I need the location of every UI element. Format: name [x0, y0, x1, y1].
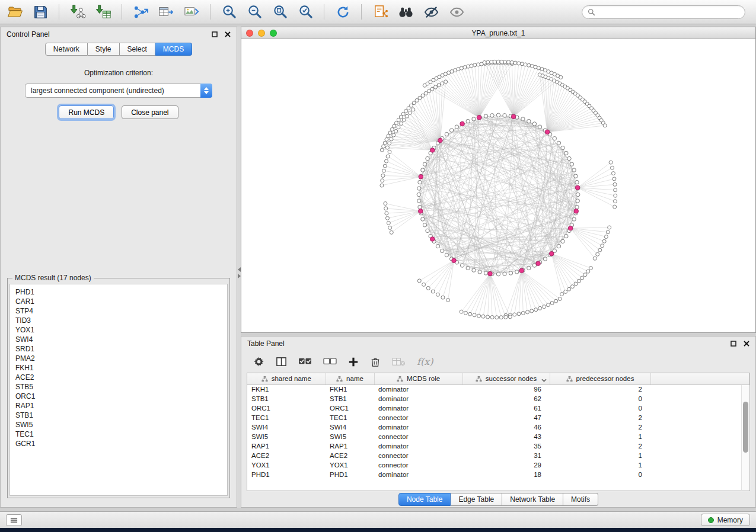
- network-node[interactable]: [415, 98, 419, 102]
- network-node[interactable]: [405, 114, 409, 118]
- network-node[interactable]: [559, 76, 563, 79]
- network-node[interactable]: [515, 270, 519, 274]
- network-node[interactable]: [385, 137, 388, 141]
- table-cell[interactable]: 29: [462, 460, 550, 470]
- mcds-result-list[interactable]: PHD1CAR1STP4TID3YOX1SWI4SRD1PMA2FKH1ACE2…: [9, 284, 228, 496]
- network-node[interactable]: [564, 290, 567, 293]
- network-node[interactable]: [386, 155, 390, 158]
- table-row[interactable]: STB1STB1dominator620: [247, 394, 749, 403]
- table-row[interactable]: RAP1RAP1dominator352: [247, 441, 749, 451]
- table-row[interactable]: TEC1TEC1connector472: [247, 413, 749, 422]
- tab-network[interactable]: Network: [45, 43, 88, 56]
- network-node[interactable]: [603, 124, 607, 127]
- network-node[interactable]: [499, 316, 503, 319]
- network-node[interactable]: [504, 315, 508, 319]
- network-node[interactable]: [558, 297, 562, 300]
- mcds-result-item[interactable]: STB5: [15, 382, 222, 392]
- network-node[interactable]: [446, 299, 450, 302]
- table-cell[interactable]: 43: [462, 432, 550, 441]
- network-node[interactable]: [538, 306, 542, 310]
- table-cell[interactable]: dominator: [374, 403, 462, 413]
- dominator-node[interactable]: [568, 226, 573, 230]
- network-node[interactable]: [392, 133, 395, 137]
- table-cell[interactable]: YOX1: [326, 460, 374, 470]
- network-node[interactable]: [521, 311, 525, 315]
- network-node[interactable]: [426, 156, 429, 160]
- dominator-node[interactable]: [519, 268, 524, 273]
- import-network-button[interactable]: [69, 3, 87, 21]
- table-cell[interactable]: dominator: [374, 422, 462, 432]
- table-cell[interactable]: 61: [462, 403, 550, 413]
- network-node[interactable]: [383, 164, 387, 168]
- network-node[interactable]: [383, 141, 387, 145]
- network-node[interactable]: [567, 156, 571, 160]
- table-cell[interactable]: RAP1: [326, 441, 374, 451]
- network-graph[interactable]: [241, 39, 755, 332]
- network-node[interactable]: [426, 286, 430, 290]
- deselect-all-columns-button[interactable]: [323, 356, 337, 367]
- export-table-button[interactable]: [157, 3, 175, 21]
- dominator-node[interactable]: [419, 175, 423, 180]
- network-node[interactable]: [490, 60, 493, 64]
- search-field[interactable]: [582, 5, 745, 19]
- mcds-result-item[interactable]: SWI5: [15, 420, 222, 430]
- network-node[interactable]: [576, 193, 579, 196]
- table-cell[interactable]: 1: [550, 432, 650, 441]
- network-node[interactable]: [613, 177, 616, 181]
- network-node[interactable]: [472, 268, 476, 272]
- network-node[interactable]: [470, 64, 473, 68]
- table-cell[interactable]: ACE2: [247, 451, 326, 460]
- table-cell[interactable]: 35: [462, 441, 550, 451]
- mcds-result-item[interactable]: ACE2: [15, 373, 222, 382]
- network-node[interactable]: [553, 136, 556, 140]
- network-node[interactable]: [495, 316, 499, 319]
- network-node[interactable]: [468, 312, 472, 316]
- table-cell[interactable]: 0: [550, 394, 650, 403]
- network-node[interactable]: [418, 205, 422, 209]
- network-node[interactable]: [614, 188, 617, 192]
- table-cell[interactable]: dominator: [374, 470, 462, 479]
- run-mcds-button[interactable]: Run MCDS: [59, 105, 114, 119]
- network-node[interactable]: [534, 308, 538, 312]
- network-node[interactable]: [388, 131, 392, 134]
- network-node[interactable]: [570, 162, 573, 166]
- table-cell[interactable]: 18: [462, 470, 550, 479]
- table-cell[interactable]: SWI4: [326, 422, 374, 432]
- column-header-successor-nodes[interactable]: successor nodes: [462, 373, 550, 384]
- mcds-result-item[interactable]: TEC1: [15, 430, 222, 439]
- network-node[interactable]: [399, 115, 403, 118]
- network-node[interactable]: [517, 62, 521, 65]
- export-network-button[interactable]: [132, 3, 149, 21]
- network-node[interactable]: [423, 223, 426, 227]
- network-node[interactable]: [397, 118, 400, 121]
- network-node[interactable]: [550, 302, 554, 305]
- network-node[interactable]: [574, 282, 578, 286]
- network-node[interactable]: [473, 63, 477, 67]
- table-cell[interactable]: ORC1: [247, 403, 326, 413]
- zoom-fit-button[interactable]: [271, 3, 289, 21]
- float-panel-icon[interactable]: [212, 31, 218, 37]
- network-node[interactable]: [417, 193, 420, 196]
- network-node[interactable]: [593, 257, 596, 260]
- table-row[interactable]: SWI5SWI5connector431: [247, 432, 749, 441]
- tab-style[interactable]: Style: [88, 43, 120, 56]
- network-node[interactable]: [572, 168, 576, 172]
- mcds-result-item[interactable]: FKH1: [15, 363, 222, 373]
- table-cell[interactable]: 96: [462, 384, 550, 394]
- table-row[interactable]: ORC1ORC1dominator610: [247, 403, 749, 413]
- network-node[interactable]: [534, 65, 537, 69]
- table-cell[interactable]: 2: [550, 422, 650, 432]
- open-file-button[interactable]: [6, 3, 24, 21]
- network-node[interactable]: [385, 216, 389, 220]
- first-neighbors-button[interactable]: [397, 3, 414, 21]
- mcds-result-item[interactable]: GCR1: [15, 439, 222, 448]
- network-node[interactable]: [433, 85, 437, 89]
- sort-chevron-icon[interactable]: [541, 376, 547, 383]
- mcds-result-item[interactable]: SWI4: [15, 335, 222, 344]
- show-columns-button[interactable]: [276, 356, 287, 367]
- delete-column-button[interactable]: [370, 357, 381, 367]
- network-node[interactable]: [546, 303, 550, 307]
- table-cell[interactable]: TEC1: [326, 413, 374, 422]
- dominator-node[interactable]: [418, 209, 423, 214]
- window-close-icon[interactable]: [246, 30, 253, 37]
